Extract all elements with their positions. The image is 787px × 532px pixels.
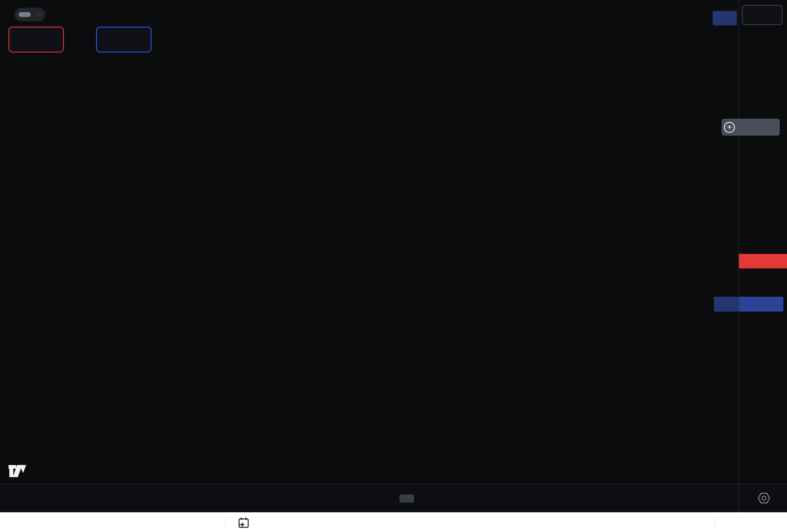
axis-settings-icon[interactable] bbox=[757, 491, 771, 505]
tradingview-logo[interactable] bbox=[7, 463, 27, 482]
go-to-date-icon[interactable] bbox=[237, 516, 250, 529]
low-price-label bbox=[739, 297, 783, 312]
collapse-legend-icon[interactable] bbox=[19, 12, 31, 17]
buy-button[interactable] bbox=[96, 27, 152, 52]
timeframe-badge[interactable] bbox=[35, 14, 42, 15]
toolbar-divider bbox=[714, 517, 715, 528]
sell-button[interactable] bbox=[8, 27, 64, 52]
last-price-label bbox=[739, 254, 787, 268]
high-line-badge bbox=[713, 11, 737, 25]
price-axis[interactable] bbox=[739, 0, 787, 484]
legend-pill[interactable] bbox=[15, 8, 45, 21]
crosshair-date-tooltip bbox=[400, 494, 414, 503]
tradingview-chart-window: + bbox=[0, 0, 787, 532]
axis-horizontal-separator bbox=[0, 484, 787, 484]
bottom-toolbar bbox=[0, 512, 787, 532]
crosshair-price-tooltip[interactable]: + bbox=[722, 119, 780, 136]
price-change-row bbox=[60, 10, 67, 20]
price-chart-canvas[interactable] bbox=[0, 0, 787, 484]
time-axis[interactable] bbox=[0, 484, 787, 512]
toolbar-divider bbox=[225, 517, 225, 528]
add-alert-plus-icon[interactable]: + bbox=[724, 122, 735, 133]
low-line-badge bbox=[714, 297, 739, 312]
